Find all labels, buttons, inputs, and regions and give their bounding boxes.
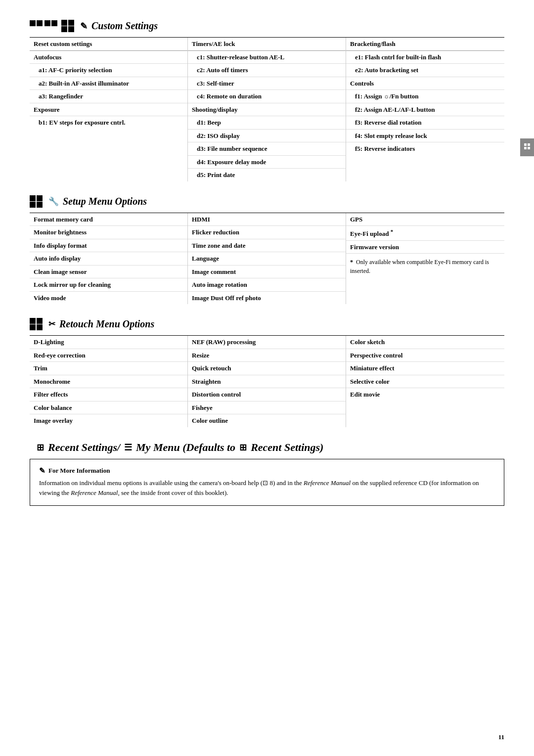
recent-settings-title: ⊞ Recent Settings/ ☰ My Menu (Defaults t…: [30, 441, 504, 454]
cell-controls: Controls: [346, 77, 504, 90]
recent-label3: Recent Settings): [251, 441, 323, 454]
setup-menu-title: 🔧 Setup Menu Options: [30, 195, 504, 208]
setup-lock: Lock mirror up for cleaning: [30, 278, 187, 292]
setup-gps: GPS: [346, 213, 504, 226]
svg-rect-3: [528, 147, 530, 149]
custom-settings-title: ✎ Custom Settings: [30, 20, 504, 32]
recent-icon2: ☰: [124, 442, 132, 453]
setup-info: Info display format: [30, 239, 187, 253]
retouch-filter: Filter effects: [30, 388, 187, 401]
cell-a1: a1: AF-C priority selection: [30, 64, 187, 77]
setup-language: Language: [188, 252, 346, 266]
retouch-redeye: Red-eye correction: [30, 349, 187, 362]
retouch-col3: Color sketch Perspective control Miniatu…: [346, 336, 504, 427]
custom-settings-icon: [30, 20, 57, 32]
retouch-menu-section: ✂ Retouch Menu Options D-Lighting Red-ey…: [30, 318, 504, 427]
setup-menu-section: 🔧 Setup Menu Options Format memory card …: [30, 195, 504, 305]
note-title-text: For More Information: [48, 467, 110, 475]
setup-menu-label: Setup Menu Options: [63, 196, 147, 207]
cell-d3: d3: File number sequence: [188, 142, 346, 156]
cell-c1: c1: Shutter-release button AE-L: [188, 51, 346, 64]
svg-rect-2: [524, 147, 527, 149]
retouch-menu-title: ✂ Retouch Menu Options: [30, 318, 504, 330]
retouch-col2: NEF (RAW) processing Resize Quick retouc…: [188, 336, 346, 427]
cell-a3: a3: Rangefinder: [30, 90, 187, 103]
recent-icon3: ⊞: [239, 442, 247, 453]
retouch-monochrome: Monochrome: [30, 375, 187, 389]
setup-timezone: Time zone and date: [188, 239, 346, 253]
note-box: ✎ For More Information Information on in…: [30, 459, 504, 506]
cell-f4: f4: Slot empty release lock: [346, 130, 504, 143]
setup-format: Format memory card: [30, 213, 187, 226]
cell-f5: f5: Reverse indicators: [346, 142, 504, 155]
setup-auto-rotation: Auto image rotation: [188, 278, 346, 292]
setup-hdmi: HDMI: [188, 213, 346, 226]
retouch-menu-label: Retouch Menu Options: [59, 318, 154, 330]
retouch-nef: NEF (RAW) processing: [188, 336, 346, 349]
retouch-resize: Resize: [188, 349, 346, 362]
retouch-colorbalance: Color balance: [30, 401, 187, 415]
note-pencil-icon: ✎: [39, 466, 45, 475]
setup-col3: GPS Eye-Fi upload * Firmware version * O…: [346, 213, 504, 305]
cell-e1: e1: Flash cntrl for built-in flash: [346, 51, 504, 64]
cell-b1: b1: EV steps for exposure cntrl.: [30, 116, 187, 129]
svg-rect-0: [524, 143, 527, 146]
retouch-col1: D-Lighting Red-eye correction Trim Monoc…: [30, 336, 188, 427]
cell-f2: f2: Assign AE-L/AF-L button: [346, 103, 504, 117]
retouch-sketch: Color sketch: [346, 336, 504, 349]
cell-exposure: Exposure: [30, 103, 187, 117]
retouch-trim: Trim: [30, 362, 187, 375]
setup-image-comment: Image comment: [188, 266, 346, 279]
cell-f3: f3: Reverse dial rotation: [346, 116, 504, 130]
cell-c3: c3: Self-timer: [188, 77, 346, 90]
recent-label2: My Menu (Defaults to: [136, 441, 235, 454]
cell-timers: Timers/AE lock: [188, 38, 346, 51]
page-number: 11: [498, 733, 504, 741]
setup-menu-grid: Format memory card Monitor brightness In…: [30, 213, 504, 305]
cell-c2: c2: Auto off timers: [188, 64, 346, 77]
setup-video: Video mode: [30, 292, 187, 305]
setup-clean: Clean image sensor: [30, 266, 187, 279]
custom-col1: Reset custom settings Autofocus a1: AF-C…: [30, 38, 188, 181]
custom-col3: Bracketing/flash e1: Flash cntrl for bui…: [346, 38, 504, 181]
setup-auto-info: Auto info display: [30, 252, 187, 266]
setup-eyefi: Eye-Fi upload *: [346, 226, 504, 241]
cell-shooting: Shooting/display: [188, 103, 346, 117]
custom-settings-section: ✎ Custom Settings Reset custom settings …: [30, 20, 504, 181]
retouch-selective: Selective color: [346, 375, 504, 389]
cell-reset: Reset custom settings: [30, 38, 187, 51]
wrench-glyph: 🔧: [48, 196, 59, 207]
note-title: ✎ For More Information: [39, 466, 495, 475]
note-text: Information on individual menu options i…: [39, 478, 495, 499]
retouch-edit-movie: Edit movie: [346, 388, 504, 401]
setup-firmware: Firmware version: [346, 241, 504, 254]
retouch-straighten: Straighten: [188, 375, 346, 389]
cell-d2: d2: ISO display: [188, 130, 346, 143]
setup-col1: Format memory card Monitor brightness In…: [30, 213, 188, 305]
retouch-menu-grid: D-Lighting Red-eye correction Trim Monoc…: [30, 335, 504, 427]
recent-icon1: ⊞: [37, 442, 44, 453]
cell-e2: e2: Auto bracketing set: [346, 64, 504, 77]
retouch-distortion: Distortion control: [188, 388, 346, 401]
retouch-miniature: Miniature effect: [346, 362, 504, 375]
retouch-overlay: Image overlay: [30, 414, 187, 427]
cell-autofocus: Autofocus: [30, 51, 187, 64]
retouch-fisheye: Fisheye: [188, 401, 346, 415]
recent-label: Recent Settings/: [48, 441, 120, 454]
cell-bracketing: Bracketing/flash: [346, 38, 504, 51]
setup-col2: HDMI Flicker reduction Time zone and dat…: [188, 213, 346, 305]
pencil-glyph: ✎: [80, 21, 88, 32]
cell-c4: c4: Remote on duration: [188, 90, 346, 103]
tab-icon: [520, 138, 534, 156]
custom-settings-grid: Reset custom settings Autofocus a1: AF-C…: [30, 37, 504, 181]
cell-d1: d1: Beep: [188, 116, 346, 130]
setup-flicker: Flicker reduction: [188, 226, 346, 239]
cell-a2: a2: Built-in AF-assist illuminator: [30, 77, 187, 90]
setup-dust: Image Dust Off ref photo: [188, 292, 346, 305]
svg-rect-1: [528, 143, 530, 146]
setup-asterisk-note: * Only available when compatible Eye-Fi …: [346, 254, 504, 277]
custom-col2: Timers/AE lock c1: Shutter-release butto…: [188, 38, 346, 181]
setup-monitor: Monitor brightness: [30, 226, 187, 239]
retouch-perspective: Perspective control: [346, 349, 504, 362]
cell-f1: f1: Assign ☼/Fn button: [346, 90, 504, 103]
